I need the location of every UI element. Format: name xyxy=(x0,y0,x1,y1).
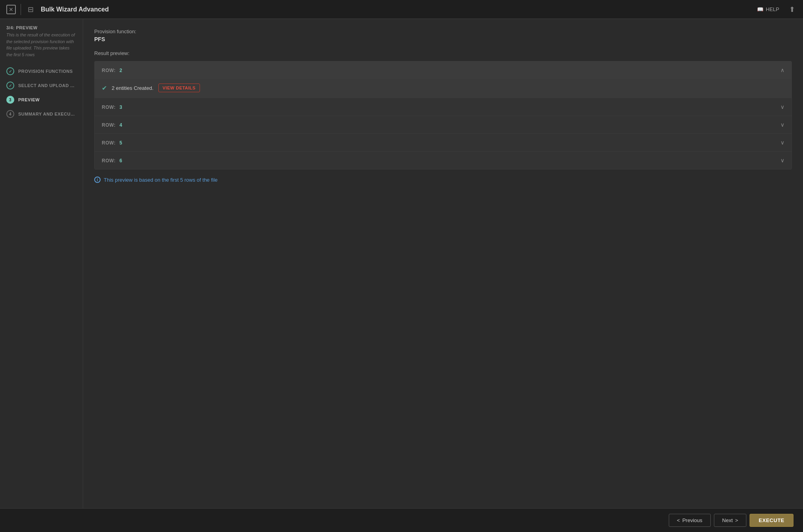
help-button[interactable]: 📖 HELP xyxy=(757,6,779,12)
preview-note: i This preview is based on the first 5 r… xyxy=(94,177,792,183)
row-6-number: 6 xyxy=(120,158,122,163)
sidebar-item-label: PROVISION FUNCTIONS xyxy=(18,69,73,74)
table-row: ROW: 6 ∨ xyxy=(95,152,792,169)
row-3-number: 3 xyxy=(120,104,122,110)
row-2-content: ✔ 2 entities Created. VIEW DETAILS xyxy=(95,79,792,98)
table-row: ROW: 2 ∧ ✔ 2 entities Created. VIEW DETA… xyxy=(95,61,792,98)
info-icon: i xyxy=(94,177,101,183)
row-5-number: 5 xyxy=(120,140,122,146)
close-icon[interactable]: ✕ xyxy=(6,5,16,14)
table-row: ROW: 3 ∨ xyxy=(95,98,792,116)
result-preview-label: Result preview: xyxy=(94,50,792,56)
chevron-down-icon: ∨ xyxy=(780,139,784,146)
row-4-header[interactable]: ROW: 4 ∨ xyxy=(95,116,792,133)
upload-icon[interactable]: ⬆ xyxy=(787,5,797,14)
row-label: ROW: xyxy=(102,140,116,146)
preview-note-text: This preview is based on the first 5 row… xyxy=(104,177,218,183)
chevron-right-icon: > xyxy=(735,517,738,523)
row-3-header[interactable]: ROW: 3 ∨ xyxy=(95,98,792,116)
row-2-result: 2 entities Created. xyxy=(112,85,154,91)
view-details-button[interactable]: VIEW DETAILS xyxy=(158,84,200,92)
row-label: ROW: xyxy=(102,104,116,110)
footer: < Previous Next > EXECUTE xyxy=(0,508,803,532)
chevron-up-icon: ∧ xyxy=(780,67,784,73)
provision-function-value: PFS xyxy=(94,36,792,42)
chevron-left-icon: < xyxy=(677,517,680,523)
topbar-divider xyxy=(21,4,21,15)
table-row: ROW: 4 ∨ xyxy=(95,116,792,134)
sidebar-item-provision-functions[interactable]: ✓ PROVISION FUNCTIONS xyxy=(0,64,83,78)
sidebar-item-label: SELECT AND UPLOAD ... xyxy=(18,83,74,88)
step4-icon: 4 xyxy=(6,110,14,118)
chevron-down-icon: ∨ xyxy=(780,157,784,163)
rows-container: ROW: 2 ∧ ✔ 2 entities Created. VIEW DETA… xyxy=(94,61,792,169)
row-label: ROW: xyxy=(102,68,116,73)
sidebar-item-label: PREVIEW xyxy=(18,97,40,102)
previous-button[interactable]: < Previous xyxy=(669,514,711,527)
check-icon: ✔ xyxy=(102,84,107,92)
content-area: Provision function: PFS Result preview: … xyxy=(83,19,803,508)
main-layout: 3/4: PREVIEW This is the result of the e… xyxy=(0,19,803,508)
print-icon[interactable]: ⊟ xyxy=(26,5,35,14)
step1-icon: ✓ xyxy=(6,67,14,75)
execute-button[interactable]: EXECUTE xyxy=(750,514,793,527)
chevron-down-icon: ∨ xyxy=(780,104,784,110)
sidebar-item-preview[interactable]: 3 PREVIEW xyxy=(0,93,83,107)
provision-function-label: Provision function: xyxy=(94,28,792,34)
current-step-desc: This is the result of the execution of t… xyxy=(0,32,83,64)
row-5-header[interactable]: ROW: 5 ∨ xyxy=(95,134,792,151)
row-4-number: 4 xyxy=(120,122,122,128)
help-book-icon: 📖 xyxy=(757,6,763,12)
next-button[interactable]: Next > xyxy=(714,514,746,527)
topbar: ✕ ⊟ Bulk Wizard Advanced 📖 HELP ⬆ xyxy=(0,0,803,19)
table-row: ROW: 5 ∨ xyxy=(95,134,792,152)
step2-icon: ✓ xyxy=(6,82,14,89)
sidebar-item-label: SUMMARY AND EXECU... xyxy=(18,112,75,116)
sidebar-item-select-upload[interactable]: ✓ SELECT AND UPLOAD ... xyxy=(0,78,83,93)
row-2-header[interactable]: ROW: 2 ∧ xyxy=(95,61,792,79)
row-2-number: 2 xyxy=(120,68,122,73)
row-label: ROW: xyxy=(102,158,116,163)
step3-icon: 3 xyxy=(6,96,14,104)
current-step-label: 3/4: PREVIEW xyxy=(0,25,83,32)
row-6-header[interactable]: ROW: 6 ∨ xyxy=(95,152,792,169)
sidebar-item-summary-execute[interactable]: 4 SUMMARY AND EXECU... xyxy=(0,107,83,121)
page-title: Bulk Wizard Advanced xyxy=(41,6,757,13)
row-label: ROW: xyxy=(102,122,116,128)
chevron-down-icon: ∨ xyxy=(780,122,784,128)
sidebar: 3/4: PREVIEW This is the result of the e… xyxy=(0,19,83,508)
